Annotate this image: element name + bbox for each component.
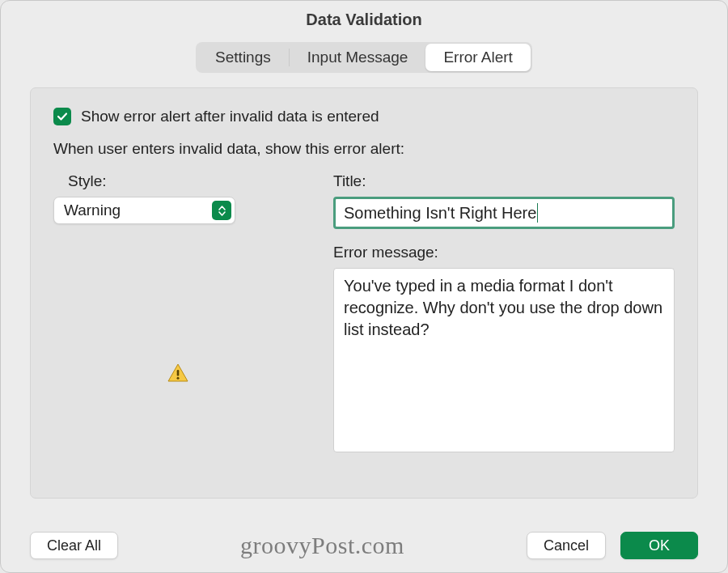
cancel-button[interactable]: Cancel — [527, 532, 606, 559]
style-column: Style: Warning — [53, 172, 303, 452]
tab-group: Settings Input Message Error Alert — [196, 42, 532, 73]
ok-button[interactable]: OK — [620, 532, 698, 559]
title-input[interactable]: Something Isn't Right Here — [333, 197, 675, 229]
title-message-column: Title: Something Isn't Right Here Error … — [333, 172, 675, 452]
show-alert-label: Show error alert after invalid data is e… — [81, 108, 379, 125]
clear-all-button[interactable]: Clear All — [30, 532, 118, 559]
style-select-value: Warning — [64, 202, 121, 219]
text-caret — [537, 203, 538, 223]
select-stepper-icon — [212, 201, 231, 220]
checkmark-icon — [57, 111, 68, 122]
style-preview-icon-holder — [53, 363, 303, 383]
error-alert-panel: Show error alert after invalid data is e… — [30, 87, 698, 499]
title-input-value: Something Isn't Right Here — [344, 204, 536, 223]
show-alert-checkbox[interactable] — [53, 108, 71, 125]
tab-bar: Settings Input Message Error Alert — [23, 42, 705, 73]
fields-columns: Style: Warning — [53, 172, 675, 452]
warning-triangle-icon — [167, 363, 188, 383]
prompt-text: When user enters invalid data, show this… — [53, 140, 675, 158]
svg-rect-0 — [177, 370, 180, 376]
tab-settings[interactable]: Settings — [197, 44, 289, 71]
footer-right-buttons: Cancel OK — [527, 532, 698, 559]
dialog-title: Data Validation — [1, 1, 727, 37]
chevron-up-icon — [218, 206, 226, 210]
dialog-footer: Clear All groovyPost.com Cancel OK — [1, 532, 727, 559]
tab-error-alert[interactable]: Error Alert — [425, 44, 531, 71]
error-message-textarea[interactable]: You've typed in a media format I don't r… — [333, 268, 675, 452]
data-validation-dialog: Data Validation Settings Input Message E… — [0, 0, 728, 573]
style-label: Style: — [68, 172, 303, 190]
svg-point-1 — [177, 377, 180, 380]
show-alert-row: Show error alert after invalid data is e… — [53, 108, 675, 125]
error-message-label: Error message: — [333, 244, 675, 261]
tab-input-message[interactable]: Input Message — [290, 44, 426, 71]
title-label: Title: — [333, 172, 675, 190]
watermark-text: groovyPost.com — [118, 532, 527, 559]
style-select[interactable]: Warning — [53, 197, 235, 224]
chevron-down-icon — [218, 211, 226, 216]
footer-spacer: groovyPost.com — [118, 532, 527, 559]
dialog-body: Settings Input Message Error Alert Show … — [1, 42, 727, 499]
